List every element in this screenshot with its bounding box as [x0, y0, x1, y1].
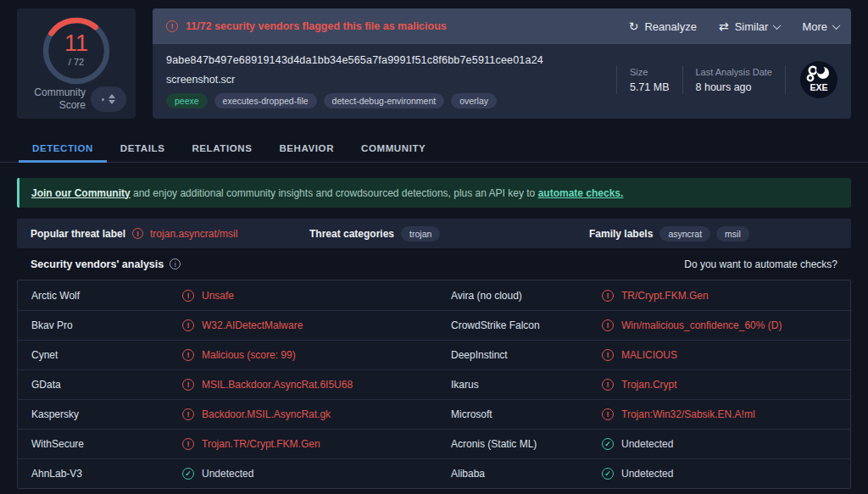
file-tag-peexe[interactable]: peexe — [166, 93, 208, 108]
detection-result: ✓Undetected — [602, 438, 673, 450]
vendor-row: Arctic Wolf!UnsafeAvira (no cloud)!TR/Cr… — [18, 280, 850, 310]
detection-result-text: W32.AIDetectMalware — [202, 319, 303, 331]
detection-result: !Trojan.TR/Crypt.FKM.Gen — [182, 438, 320, 450]
vendor-name: Acronis (Static ML) — [451, 438, 602, 450]
info-icon[interactable]: i — [170, 258, 181, 269]
vendor-cell: WithSecure!Trojan.TR/Crypt.FKM.Gen — [18, 430, 434, 458]
alert-icon: ! — [182, 319, 194, 331]
detections-count: 11 — [64, 32, 88, 55]
family-labels-group: Family labels asyncratmsil — [589, 226, 749, 241]
detection-result-text: Undetected — [202, 468, 253, 480]
divider — [682, 65, 683, 94]
community-banner: Join our Community and enjoy additional … — [17, 178, 851, 208]
banner-text: and enjoy additional community insights … — [131, 187, 538, 199]
svg-text:EXE: EXE — [810, 82, 827, 92]
alert-message: 11/72 security vendors flagged this file… — [186, 20, 447, 32]
report-tabs: DETECTIONDETAILSRELATIONSBEHAVIORCOMMUNI… — [0, 134, 868, 163]
detection-result-text: Unsafe — [202, 290, 234, 302]
vendor-cell: Avira (no cloud)!TR/Crypt.FKM.Gen — [434, 280, 850, 310]
vendor-name: CrowdStrike Falcon — [451, 319, 602, 331]
detection-result-text: Undetected — [621, 468, 673, 480]
vendor-cell: AhnLab-V3✓Undetected — [18, 459, 434, 488]
vendor-name: Cynet — [31, 349, 182, 361]
popular-threat-label-group: Popular threat label ! trojan.asyncrat/m… — [31, 228, 237, 240]
join-community-link[interactable]: Join our Community — [31, 187, 131, 199]
security-vendors-table: Arctic Wolf!UnsafeAvira (no cloud)!TR/Cr… — [17, 280, 851, 489]
threat-label-bar: Popular threat label ! trojan.asyncrat/m… — [17, 219, 851, 248]
community-vote-control[interactable] — [91, 86, 126, 112]
vendor-name: Avira (no cloud) — [451, 290, 602, 302]
vendor-row: AhnLab-V3✓UndetectedAlibaba✓Undetected — [18, 458, 850, 488]
reanalyze-icon: ↻ — [629, 20, 639, 32]
vendor-cell: Acronis (Static ML)✓Undetected — [434, 430, 850, 458]
file-info-section: 9abe847b497e68919143d4da1bb34e565a7fa999… — [153, 44, 851, 119]
alert-icon: ! — [182, 290, 194, 302]
tab-behavior[interactable]: BEHAVIOR — [265, 134, 348, 163]
popular-threat-value[interactable]: trojan.asyncrat/msil — [150, 228, 237, 240]
alert-icon: ! — [132, 228, 143, 239]
detections-total: / 72 — [69, 57, 84, 67]
alert-icon: ! — [182, 438, 194, 450]
alert-icon: ! — [602, 408, 614, 420]
vendor-name: Arctic Wolf — [31, 290, 182, 302]
file-tag-executes-dropped-file[interactable]: executes-dropped-file — [214, 93, 317, 108]
check-icon: ✓ — [602, 438, 614, 450]
chevron-down-icon — [832, 21, 841, 30]
detection-result-text: Trojan.TR/Crypt.FKM.Gen — [202, 438, 320, 450]
exe-file-type-icon: EXE — [798, 59, 839, 100]
reanalyze-button[interactable]: ↻ Reanalyze — [629, 20, 697, 33]
vendor-name: WithSecure — [31, 438, 182, 450]
file-meta: Size 5.71 MB Last Analysis Date 8 hours … — [616, 56, 839, 103]
family-label-pill[interactable]: msil — [716, 226, 749, 241]
tab-detection[interactable]: DETECTION — [19, 134, 107, 163]
vendor-row: Bkav Pro!W32.AIDetectMalwareCrowdStrike … — [18, 310, 850, 340]
detection-result: !Malicious (score: 99) — [182, 349, 296, 361]
vendor-row: Cynet!Malicious (score: 99)DeepInstinct!… — [18, 340, 850, 369]
alert-icon: ! — [602, 349, 614, 361]
detection-result-text: Trojan:Win32/Sabsik.EN.A!ml — [621, 408, 755, 420]
vendor-cell: Arctic Wolf!Unsafe — [18, 280, 434, 310]
detection-score-gauge: 11 / 72 — [41, 15, 112, 83]
check-icon: ✓ — [602, 468, 614, 480]
alert-icon: ! — [166, 20, 178, 32]
community-score-label: Community Score — [26, 86, 86, 112]
detection-result-text: Undetected — [621, 438, 673, 450]
vendor-cell: CrowdStrike Falcon!Win/malicious_confide… — [434, 311, 850, 340]
threat-category-pill[interactable]: trojan — [401, 226, 440, 241]
detection-result: ✓Undetected — [602, 468, 673, 480]
community-score-card: 11 / 72 Community Score — [17, 8, 136, 119]
vote-dot-icon — [102, 98, 104, 101]
vendor-row: GData!MSIL.Backdoor.AsyncRat.6I5U68Ikaru… — [18, 369, 850, 399]
vendor-cell: Cynet!Malicious (score: 99) — [18, 341, 434, 369]
detection-result-text: Malicious (score: 99) — [202, 349, 296, 361]
vendor-name: Bkav Pro — [31, 319, 182, 331]
alert-icon: ! — [182, 349, 194, 361]
divider — [785, 65, 786, 94]
detection-result-text: Backdoor.MSIL.AsyncRat.gk — [202, 408, 331, 420]
automate-checks-prompt[interactable]: Do you want to automate checks? — [684, 258, 837, 270]
vendor-name: AhnLab-V3 — [31, 468, 182, 480]
alert-icon: ! — [602, 379, 614, 391]
file-tag-overlay[interactable]: overlay — [451, 93, 497, 108]
similar-button[interactable]: ⇄ Similar — [719, 20, 780, 33]
more-button[interactable]: More — [802, 20, 839, 33]
vendor-name: Kaspersky — [31, 408, 182, 420]
alert-icon: ! — [602, 290, 614, 302]
similar-icon: ⇄ — [719, 20, 729, 32]
file-size: Size 5.71 MB — [630, 67, 670, 93]
chevron-down-icon — [773, 21, 782, 30]
tab-community[interactable]: COMMUNITY — [348, 134, 439, 163]
family-label-pill[interactable]: asyncrat — [659, 226, 710, 241]
detection-result: !Trojan:Win32/Sabsik.EN.A!ml — [602, 408, 755, 420]
threat-categories-group: Threat categories trojan — [309, 226, 440, 241]
vote-carets-icon — [108, 94, 115, 104]
automate-checks-link[interactable]: automate checks. — [538, 187, 624, 199]
vendor-name: Ikarus — [451, 379, 602, 391]
tab-details[interactable]: DETAILS — [107, 134, 179, 163]
vendor-name: GData — [31, 379, 182, 391]
file-tag-detect-debug-environment[interactable]: detect-debug-environment — [324, 93, 445, 108]
detection-result: !Backdoor.MSIL.AsyncRat.gk — [182, 408, 331, 420]
detection-result: !MSIL.Backdoor.AsyncRat.6I5U68 — [182, 379, 353, 391]
tab-relations[interactable]: RELATIONS — [178, 134, 265, 163]
vendor-name: Alibaba — [451, 468, 602, 480]
